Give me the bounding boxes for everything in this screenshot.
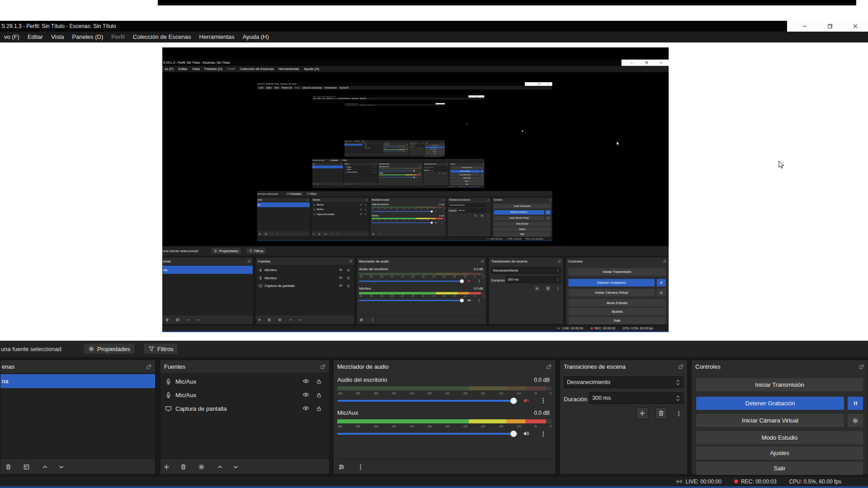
meter-tick-label: -30 bbox=[421, 276, 425, 278]
popout-icon[interactable] bbox=[678, 363, 684, 369]
visibility-toggle[interactable] bbox=[302, 378, 309, 386]
sources-panel: Fuentes Mic/Aux Mic/Aux bbox=[311, 197, 369, 236]
remove-scene-button[interactable] bbox=[5, 463, 12, 470]
move-scene-down-button bbox=[277, 233, 279, 235]
source-properties-button bbox=[324, 233, 326, 235]
menu-item-editar[interactable]: Editar bbox=[24, 32, 47, 42]
source-list-item[interactable]: Captura de pantalla bbox=[160, 402, 329, 415]
move-scene-down-button[interactable] bbox=[57, 463, 65, 470]
move-source-up-button bbox=[355, 183, 356, 184]
source-properties-button[interactable] bbox=[198, 463, 205, 470]
add-transition-button bbox=[473, 214, 477, 218]
dots-vertical-icon bbox=[420, 170, 421, 171]
visibility-toggle[interactable] bbox=[302, 391, 309, 399]
remove-transition-button[interactable] bbox=[655, 407, 667, 419]
menu-item-paneles[interactable]: Paneles (D) bbox=[68, 32, 108, 42]
window-controls bbox=[787, 21, 868, 32]
mic-icon bbox=[259, 268, 263, 272]
menu-bar: vo (F) Editar Vista Paneles (D) Perfil C… bbox=[257, 86, 552, 89]
menu-item-herramientas: Herramientas bbox=[351, 98, 359, 100]
mute-toggle[interactable] bbox=[523, 397, 530, 404]
menu-item-vista[interactable]: Vista bbox=[47, 32, 68, 42]
start-virtual-camera-label: Iniciar Cámara Virtual bbox=[459, 174, 471, 175]
move-scene-up-button[interactable] bbox=[41, 463, 48, 470]
eye-icon bbox=[360, 208, 362, 211]
controls-panel-title: Controles bbox=[695, 363, 721, 370]
start-streaming-label: Iniciar Transmisión bbox=[603, 270, 631, 274]
volume-slider-handle[interactable] bbox=[510, 431, 517, 437]
mixer-source-menu-button[interactable] bbox=[540, 397, 547, 404]
move-source-up-button[interactable] bbox=[216, 463, 223, 470]
duration-spinbox[interactable]: 300 ms bbox=[589, 392, 684, 404]
volume-slider bbox=[359, 281, 464, 282]
start-streaming-button: Iniciar Transmisión bbox=[425, 145, 444, 146]
remove-source-button[interactable] bbox=[179, 463, 187, 470]
meter-tick-label: -45 bbox=[390, 295, 393, 298]
restore-button[interactable] bbox=[817, 21, 843, 32]
move-source-down-button[interactable] bbox=[232, 463, 239, 470]
popout-icon bbox=[420, 164, 422, 165]
popout-icon[interactable] bbox=[320, 363, 326, 369]
lock-toggle[interactable] bbox=[316, 392, 322, 399]
scenes-toolbar bbox=[344, 154, 363, 155]
top-strip bbox=[344, 91, 482, 92]
meter-tick-label: -10 bbox=[415, 175, 415, 176]
volume-slider[interactable] bbox=[337, 433, 518, 435]
mute-toggle[interactable] bbox=[523, 430, 530, 437]
preview-canvas[interactable]: S 29.1.3 - Perfil: Sin Título - Escenas:… bbox=[162, 47, 669, 332]
mic-icon bbox=[345, 166, 346, 168]
popout-icon[interactable] bbox=[859, 363, 864, 369]
mute-toggle bbox=[416, 170, 417, 171]
mixer-source-name: Audio del escritorio bbox=[372, 203, 389, 206]
properties-button[interactable]: Propiedades bbox=[83, 343, 135, 355]
popout-icon[interactable] bbox=[546, 363, 552, 369]
transition-select[interactable]: Desvanecimiento bbox=[564, 376, 684, 388]
mixer-source-menu-button[interactable] bbox=[540, 431, 547, 438]
advanced-audio-button[interactable] bbox=[338, 463, 345, 470]
start-streaming-button[interactable]: Iniciar Transmisión bbox=[696, 378, 863, 391]
visibility-toggle[interactable] bbox=[302, 405, 309, 413]
start-virtual-camera-button[interactable]: Iniciar Cámara Virtual bbox=[696, 414, 844, 427]
mixer-menu-button[interactable] bbox=[357, 463, 364, 470]
close-button[interactable] bbox=[843, 21, 868, 32]
pause-recording-button[interactable] bbox=[848, 397, 863, 410]
settings-button[interactable]: Ajustes bbox=[696, 446, 863, 460]
meter-tick-label: -20 bbox=[442, 276, 445, 278]
popout-icon[interactable] bbox=[146, 363, 152, 369]
minimize-button[interactable] bbox=[792, 21, 817, 32]
lock-toggle[interactable] bbox=[316, 379, 322, 386]
volume-slider-handle[interactable] bbox=[510, 398, 517, 404]
pause-icon bbox=[481, 171, 483, 172]
source-list-item[interactable]: Mic/Aux bbox=[160, 388, 329, 402]
transition-menu-button[interactable] bbox=[675, 410, 682, 417]
close-button bbox=[654, 60, 669, 66]
studio-mode-button[interactable]: Modo Estudio bbox=[696, 431, 863, 444]
menu-item-coleccion-escenas[interactable]: Colección de Escenas bbox=[129, 32, 195, 42]
rec-time: REC: 00:00:03 bbox=[509, 238, 521, 240]
meter-tick-label: 0 bbox=[549, 391, 551, 396]
mute-toggle bbox=[467, 279, 471, 283]
menu-item-perfil[interactable]: Perfil bbox=[107, 32, 129, 42]
scene-list-item-selected[interactable]: na bbox=[0, 374, 155, 388]
source-toolbar: una fuente seleccionad Propiedades Filtr… bbox=[0, 341, 868, 357]
scene-filters-button[interactable] bbox=[23, 463, 30, 470]
volume-slider bbox=[379, 177, 415, 178]
mouse-cursor bbox=[434, 119, 435, 120]
minimize-button bbox=[527, 82, 535, 86]
lock-toggle[interactable] bbox=[316, 406, 322, 413]
stop-recording-button[interactable]: Detener Grabación bbox=[696, 397, 844, 410]
add-transition-button[interactable] bbox=[636, 407, 648, 419]
meter-scale: -60-55-50-45-40-35-30-25-20-15-10-50 bbox=[337, 424, 552, 429]
meter-tick-label: -60 bbox=[379, 169, 380, 170]
exit-button[interactable]: Salir bbox=[696, 462, 863, 475]
filters-button[interactable]: Filtros bbox=[143, 343, 178, 355]
add-source-button[interactable] bbox=[163, 463, 170, 470]
volume-slider[interactable] bbox=[337, 400, 518, 402]
menu-item-archivo[interactable]: vo (F) bbox=[0, 32, 24, 42]
menu-item-ayuda[interactable]: Ayuda (H) bbox=[239, 32, 273, 42]
spinner-arrows-icon bbox=[675, 395, 680, 402]
source-list-item[interactable]: Mic/Aux bbox=[160, 375, 329, 388]
menu-item-archivo: vo (F) bbox=[257, 86, 265, 89]
virtual-camera-settings-button[interactable] bbox=[848, 414, 863, 427]
menu-item-herramientas[interactable]: Herramientas bbox=[195, 32, 239, 42]
